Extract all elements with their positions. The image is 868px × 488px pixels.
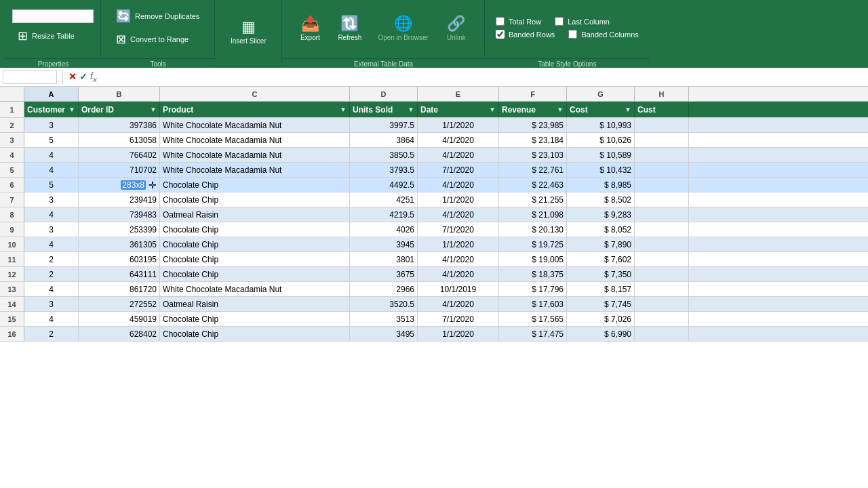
col-header-B[interactable]: B	[79, 87, 160, 101]
cell-cost[interactable]: $ 10,589	[567, 148, 635, 162]
cell-units-sold[interactable]: 3513	[350, 312, 418, 326]
cancel-formula-icon[interactable]: ✕	[68, 71, 77, 82]
cell-product[interactable]: Chocolate Chip	[160, 237, 350, 251]
col-header-H[interactable]: H	[635, 87, 689, 101]
table-name-input[interactable]: Table3	[12, 9, 94, 23]
cell-cost[interactable]: $ 8,052	[567, 222, 635, 237]
confirm-formula-icon[interactable]: ✓	[79, 71, 87, 82]
cell-units-sold[interactable]: 3850.5	[350, 148, 418, 162]
cell-date[interactable]: 7/1/2020	[418, 222, 499, 237]
cell-revenue[interactable]: $ 19,005	[499, 252, 567, 266]
cell-revenue[interactable]: $ 17,565	[499, 312, 567, 326]
table-row[interactable]: 7 3 239419 Chocolate Chip 4251 1/1/2020 …	[0, 192, 868, 207]
cell-customer[interactable]: 4	[24, 282, 79, 296]
cell-customer[interactable]: 3	[24, 297, 79, 311]
cell-customer[interactable]: 2	[24, 327, 79, 341]
cell-revenue[interactable]: $ 22,463	[499, 178, 567, 192]
cell-date[interactable]: 1/1/2020	[418, 237, 499, 251]
banded-rows-checkbox[interactable]	[496, 30, 505, 39]
cell-product[interactable]: Chocolate Chip	[160, 222, 350, 237]
cell-order-id[interactable]: 603195	[79, 252, 160, 266]
cell-cost[interactable]: $ 8,502	[567, 192, 635, 207]
cell-cost[interactable]: $ 7,890	[567, 237, 635, 251]
cell-product[interactable]: Chocolate Chip	[160, 327, 350, 341]
cell-order-id[interactable]: 861720	[79, 282, 160, 296]
cell-order-id[interactable]: 283x8 ✛	[79, 178, 160, 192]
col-header-G[interactable]: G	[567, 87, 635, 101]
header-units-sold[interactable]: Units Sold ▼	[350, 102, 418, 117]
cell-units-sold[interactable]: 3801	[350, 252, 418, 266]
cell-order-id[interactable]: 459019	[79, 312, 160, 326]
cell-units-sold[interactable]: 4492.5	[350, 178, 418, 192]
cell-cost[interactable]: $ 6,990	[567, 327, 635, 341]
header-date[interactable]: Date ▼	[418, 102, 499, 117]
cell-revenue[interactable]: $ 17,796	[499, 282, 567, 296]
table-row[interactable]: 12 2 643111 Chocolate Chip 3675 4/1/2020…	[0, 267, 868, 282]
cell-units-sold[interactable]: 3997.5	[350, 118, 418, 132]
cell-units-sold[interactable]: 4026	[350, 222, 418, 237]
banded-columns-checkbox[interactable]	[568, 30, 577, 39]
cell-revenue[interactable]: $ 17,603	[499, 297, 567, 311]
cell-revenue[interactable]: $ 21,255	[499, 192, 567, 207]
cell-date[interactable]: 1/1/2020	[418, 118, 499, 132]
header-order-id[interactable]: Order ID ▼	[79, 102, 160, 117]
cell-cost[interactable]: $ 9,283	[567, 207, 635, 222]
col-header-F[interactable]: F	[499, 87, 567, 101]
cell-product[interactable]: White Chocolate Macadamia Nut	[160, 282, 350, 296]
total-row-checkbox[interactable]	[496, 17, 505, 26]
col-header-D[interactable]: D	[350, 87, 418, 101]
cell-cost[interactable]: $ 7,745	[567, 297, 635, 311]
table-row[interactable]: 4 4 766402 White Chocolate Macadamia Nut…	[0, 148, 868, 163]
cell-product[interactable]: White Chocolate Macadamia Nut	[160, 148, 350, 162]
cell-product[interactable]: Chocolate Chip	[160, 252, 350, 266]
cell-order-id[interactable]: 710702	[79, 163, 160, 177]
table-row[interactable]: 10 4 361305 Chocolate Chip 3945 1/1/2020…	[0, 237, 868, 252]
cell-order-id[interactable]: 739483	[79, 207, 160, 222]
cell-product[interactable]: Oatmeal Raisin	[160, 297, 350, 311]
cell-date[interactable]: 10/1/2019	[418, 282, 499, 296]
cell-date[interactable]: 4/1/2020	[418, 148, 499, 162]
header-cost[interactable]: Cost ▼	[567, 102, 635, 117]
cell-cost[interactable]: $ 7,026	[567, 312, 635, 326]
cell-customer[interactable]: 4	[24, 312, 79, 326]
cell-revenue[interactable]: $ 23,184	[499, 133, 567, 147]
cell-date[interactable]: 1/1/2020	[418, 192, 499, 207]
cell-customer[interactable]: 4	[24, 163, 79, 177]
cell-customer[interactable]: 4	[24, 207, 79, 222]
cell-revenue[interactable]: $ 17,475	[499, 327, 567, 341]
product-filter-btn[interactable]: ▼	[340, 106, 347, 113]
cell-date[interactable]: 4/1/2020	[418, 267, 499, 281]
cell-cost[interactable]: $ 10,432	[567, 163, 635, 177]
cell-customer[interactable]: 4	[24, 237, 79, 251]
cell-revenue[interactable]: $ 20,130	[499, 222, 567, 237]
formula-input[interactable]	[100, 72, 865, 82]
cell-revenue[interactable]: $ 23,985	[499, 118, 567, 132]
cell-revenue[interactable]: $ 23,103	[499, 148, 567, 162]
cell-revenue[interactable]: $ 22,761	[499, 163, 567, 177]
export-button[interactable]: 📤 Export	[293, 12, 327, 44]
cell-cost[interactable]: $ 10,993	[567, 118, 635, 132]
col-header-E[interactable]: E	[418, 87, 499, 101]
cell-product[interactable]: Oatmeal Raisin	[160, 207, 350, 222]
cell-units-sold[interactable]: 3675	[350, 267, 418, 281]
cell-order-id[interactable]: 643111	[79, 267, 160, 281]
cell-units-sold[interactable]: 3864	[350, 133, 418, 147]
cell-customer[interactable]: 3	[24, 118, 79, 132]
cell-order-id[interactable]: 766402	[79, 148, 160, 162]
col-header-C[interactable]: C	[160, 87, 350, 101]
cell-date[interactable]: 7/1/2020	[418, 312, 499, 326]
cell-date[interactable]: 4/1/2020	[418, 133, 499, 147]
cell-cost[interactable]: $ 8,157	[567, 282, 635, 296]
cost-filter-btn[interactable]: ▼	[625, 106, 631, 113]
col-header-A[interactable]: A	[24, 87, 79, 101]
table-row[interactable]: 3 5 613058 White Chocolate Macadamia Nut…	[0, 133, 868, 148]
cell-units-sold[interactable]: 3520.5	[350, 297, 418, 311]
remove-duplicates-button[interactable]: 🔄 Remove Duplicates	[111, 6, 205, 26]
cell-customer[interactable]: 5	[24, 133, 79, 147]
header-customer[interactable]: Customer ▼	[24, 102, 79, 117]
table-row[interactable]: 13 4 861720 White Chocolate Macadamia Nu…	[0, 282, 868, 297]
units-sold-filter-btn[interactable]: ▼	[408, 106, 414, 113]
header-revenue[interactable]: Revenue ▼	[499, 102, 567, 117]
cell-cost[interactable]: $ 7,602	[567, 252, 635, 266]
cell-customer[interactable]: 4	[24, 148, 79, 162]
